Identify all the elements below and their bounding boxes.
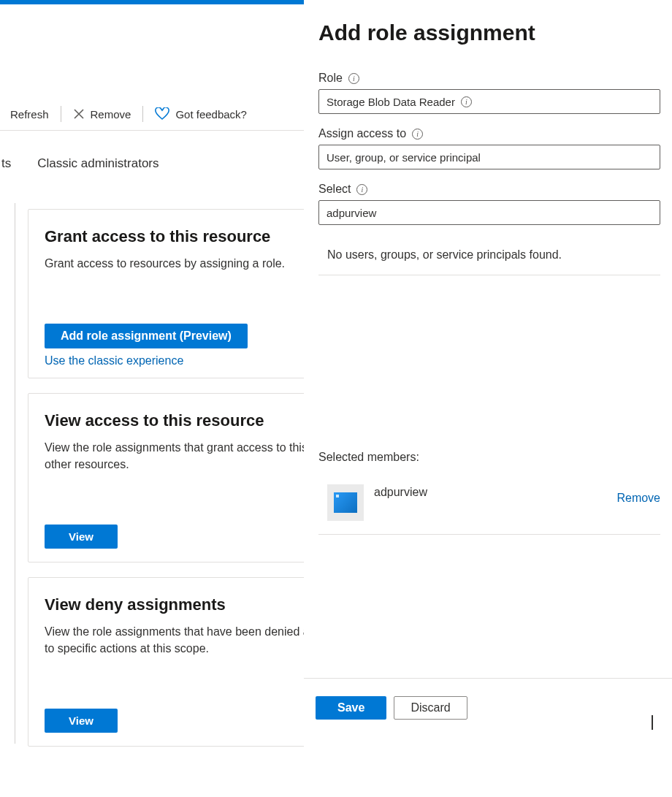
refresh-button[interactable]: Refresh bbox=[1, 104, 58, 125]
toolbar-separator bbox=[142, 106, 143, 122]
info-icon[interactable]: i bbox=[412, 129, 423, 140]
card-description: View the role assignments that grant acc… bbox=[45, 439, 347, 473]
feedback-button[interactable]: Got feedback? bbox=[146, 103, 256, 125]
selected-members-section: Selected members: adpurview Remove bbox=[318, 451, 660, 535]
assign-access-value: User, group, or service principal bbox=[327, 151, 481, 164]
info-icon[interactable]: i bbox=[348, 73, 359, 84]
tab-partial[interactable]: ts bbox=[0, 150, 24, 178]
add-role-assignment-button[interactable]: Add role assignment (Preview) bbox=[45, 324, 248, 348]
add-role-assignment-pane: Add role assignment Role i Storage Blob … bbox=[304, 0, 672, 797]
assign-access-field: Assign access to i User, group, or servi… bbox=[318, 127, 660, 169]
select-input-field[interactable] bbox=[327, 207, 652, 219]
vertical-divider bbox=[15, 203, 15, 744]
view-button[interactable]: View bbox=[45, 709, 118, 733]
assign-access-dropdown[interactable]: User, group, or service principal bbox=[318, 145, 660, 169]
role-dropdown[interactable]: Storage Blob Data Reader i bbox=[318, 89, 660, 114]
no-results-message: No users, groups, or service principals … bbox=[318, 238, 660, 275]
remove-button[interactable]: Remove bbox=[64, 104, 140, 125]
use-classic-experience-link[interactable]: Use the classic experience bbox=[45, 354, 183, 367]
member-avatar-icon bbox=[327, 484, 364, 521]
pane-title: Add role assignment bbox=[318, 20, 660, 45]
assign-access-label: Assign access to bbox=[318, 127, 406, 140]
view-button[interactable]: View bbox=[45, 525, 118, 549]
select-field: Select i bbox=[318, 183, 660, 225]
selected-members-label: Selected members: bbox=[318, 451, 660, 464]
tab-classic-administrators[interactable]: Classic administrators bbox=[24, 150, 172, 178]
role-dropdown-value: Storage Blob Data Reader bbox=[327, 96, 455, 108]
role-field: Role i Storage Blob Data Reader i bbox=[318, 72, 660, 114]
text-caret bbox=[652, 715, 653, 730]
card-title: Grant access to this resource bbox=[45, 227, 347, 246]
heart-icon bbox=[155, 107, 169, 121]
info-icon[interactable]: i bbox=[356, 184, 367, 195]
close-x-icon bbox=[73, 108, 85, 120]
save-button[interactable]: Save bbox=[316, 696, 386, 720]
select-search-input[interactable] bbox=[318, 200, 660, 225]
remove-member-link[interactable]: Remove bbox=[616, 492, 660, 505]
card-title: View deny assignments bbox=[45, 595, 347, 614]
toolbar-separator bbox=[61, 106, 61, 122]
selected-member-row: adpurview Remove bbox=[318, 478, 660, 535]
pane-footer: Save Discard bbox=[304, 678, 672, 731]
info-icon[interactable]: i bbox=[461, 96, 472, 107]
select-label: Select bbox=[318, 183, 351, 196]
card-description: View the role assignments that have been… bbox=[45, 623, 347, 657]
member-name: adpurview bbox=[374, 486, 616, 499]
card-description: Grant access to resources by assigning a… bbox=[45, 255, 347, 272]
discard-button[interactable]: Discard bbox=[394, 696, 467, 720]
role-label: Role bbox=[318, 72, 343, 85]
card-title: View access to this resource bbox=[45, 411, 347, 430]
